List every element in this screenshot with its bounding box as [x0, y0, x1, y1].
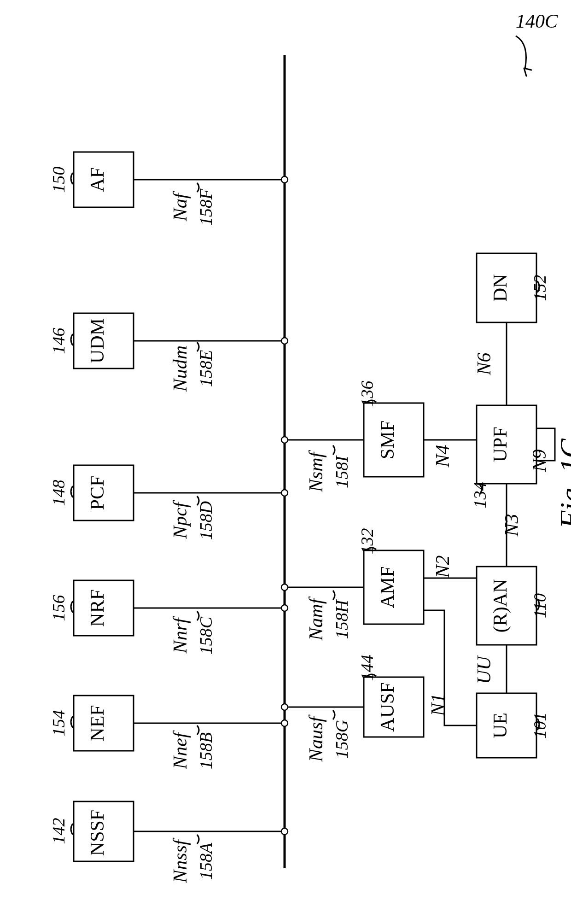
figure-title-overlay [0, 0, 571, 924]
